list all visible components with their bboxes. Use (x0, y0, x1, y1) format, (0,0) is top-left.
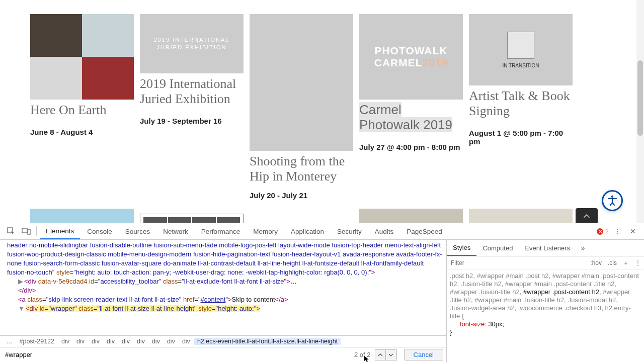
dom-breadcrumb[interactable]: … #post-29122 div div div div div div di… (0, 335, 446, 347)
dom-tree[interactable]: header no-mobile-slidingbar fusion-disab… (0, 240, 446, 335)
event-thumbnail[interactable] (469, 209, 573, 223)
events-row-2 (0, 200, 644, 223)
event-thumbnail[interactable] (140, 214, 244, 223)
elements-panel: header no-mobile-slidingbar fusion-disab… (0, 240, 447, 362)
event-card[interactable]: PHOTOWALK CARMEL2019 Carmel Photowalk 20… (359, 14, 463, 200)
error-icon: ✕ (597, 228, 603, 235)
error-count[interactable]: ✕2 (597, 228, 609, 235)
tab-elements[interactable]: Elements (40, 224, 80, 239)
find-count: 2 of 2 (350, 351, 375, 358)
event-title[interactable]: Shooting from the Hip in Monterey (250, 154, 353, 184)
tab-audits[interactable]: Audits (369, 224, 400, 239)
chevron-up-icon (583, 213, 590, 220)
events-row-1: Here On Earth June 8 - August 4 2019 INT… (0, 0, 644, 200)
styles-panel: Styles Computed Event Listeners » :hov .… (447, 240, 644, 362)
inspect-element-button[interactable] (4, 227, 18, 235)
devtools-panel: Elements Console Sources Network Perform… (0, 223, 644, 362)
tab-styles[interactable]: Styles (447, 240, 476, 256)
event-card[interactable]: Shooting from the Hip in Monterey July 2… (250, 14, 353, 200)
tab-pagespeed[interactable]: PageSpeed (400, 224, 448, 239)
tab-security[interactable]: Security (331, 224, 368, 239)
tab-event-listeners[interactable]: Event Listeners (519, 241, 576, 255)
find-prev-button[interactable] (375, 349, 386, 360)
event-date: July 20 - July 21 (250, 191, 353, 200)
styles-filter-input[interactable] (447, 257, 587, 268)
device-icon (22, 227, 31, 235)
tab-application[interactable]: Application (285, 224, 330, 239)
event-card[interactable]: Here On Earth June 8 - August 4 (30, 14, 134, 200)
event-thumbnail[interactable] (250, 14, 353, 151)
find-next-button[interactable] (386, 349, 397, 360)
styles-tabbar: Styles Computed Event Listeners » (447, 240, 644, 256)
accessibility-icon (606, 195, 618, 207)
event-card[interactable]: 2019 INTERNATIONAL JURIED EXHIBITION 201… (140, 14, 244, 200)
more-tabs-button[interactable]: » (576, 244, 590, 252)
accessibility-button[interactable] (602, 190, 623, 211)
event-title[interactable]: Here On Earth (30, 103, 134, 118)
tab-computed[interactable]: Computed (476, 241, 519, 255)
event-thumbnail[interactable] (30, 14, 134, 100)
svg-point-0 (611, 196, 613, 198)
mouse-cursor-icon (364, 356, 370, 362)
find-input[interactable] (3, 349, 350, 360)
devtools-menu-button[interactable]: ⋮ (610, 227, 625, 235)
cls-button[interactable]: .cls (605, 259, 620, 266)
page-content: Here On Earth June 8 - August 4 2019 INT… (0, 0, 644, 223)
chevron-down-icon (388, 352, 393, 357)
event-date: June 8 - August 4 (30, 128, 134, 136)
event-date: August 1 @ 5:00 pm - 7:00 pm (469, 129, 573, 146)
devtools-tabbar: Elements Console Sources Network Perform… (0, 223, 644, 240)
tab-memory[interactable]: Memory (247, 224, 284, 239)
page-scrollbar[interactable] (636, 0, 644, 223)
chevron-up-icon (378, 352, 383, 357)
svg-rect-3 (28, 229, 30, 234)
tab-sources[interactable]: Sources (119, 224, 156, 239)
event-thumbnail[interactable]: IN TRANSITION (469, 14, 573, 85)
scroll-to-top-button[interactable] (576, 208, 598, 224)
event-title[interactable]: Carmel Photowalk 2019 (359, 103, 463, 133)
event-date: July 27 @ 4:00 pm - 8:00 pm (359, 143, 463, 151)
devtools-close-button[interactable]: ✕ (626, 227, 640, 235)
tab-network[interactable]: Network (157, 224, 194, 239)
svg-rect-2 (22, 228, 27, 233)
event-thumbnail[interactable] (30, 209, 134, 223)
scrollbar-thumb[interactable] (637, 60, 643, 136)
styles-filter-bar: :hov .cls ＋ ⋮ (447, 256, 644, 270)
event-date: July 19 - September 16 (140, 117, 244, 125)
event-title[interactable]: Artist Talk & Book Signing (469, 88, 573, 119)
device-toolbar-button[interactable] (19, 227, 33, 235)
event-thumbnail[interactable] (359, 209, 463, 223)
find-in-dom-bar: 2 of 2 Cancel (0, 347, 446, 362)
event-thumbnail[interactable]: 2019 INTERNATIONAL JURIED EXHIBITION (140, 14, 244, 73)
styles-more-button[interactable]: ⋮ (632, 259, 644, 266)
event-title[interactable]: 2019 International Juried Exhibition (140, 76, 244, 107)
spacer (250, 209, 353, 223)
event-card[interactable]: IN TRANSITION Artist Talk & Book Signing… (469, 14, 573, 200)
hov-button[interactable]: :hov (587, 259, 605, 266)
inspect-icon (7, 227, 15, 235)
css-rules[interactable]: .post h2, #wrapper #main .post h2, #wrap… (447, 270, 644, 362)
tab-console[interactable]: Console (81, 224, 118, 239)
tab-performance[interactable]: Performance (195, 224, 246, 239)
find-cancel-button[interactable]: Cancel (404, 349, 443, 360)
event-thumbnail[interactable]: PHOTOWALK CARMEL2019 (359, 14, 463, 100)
new-rule-button[interactable]: ＋ (620, 259, 632, 267)
